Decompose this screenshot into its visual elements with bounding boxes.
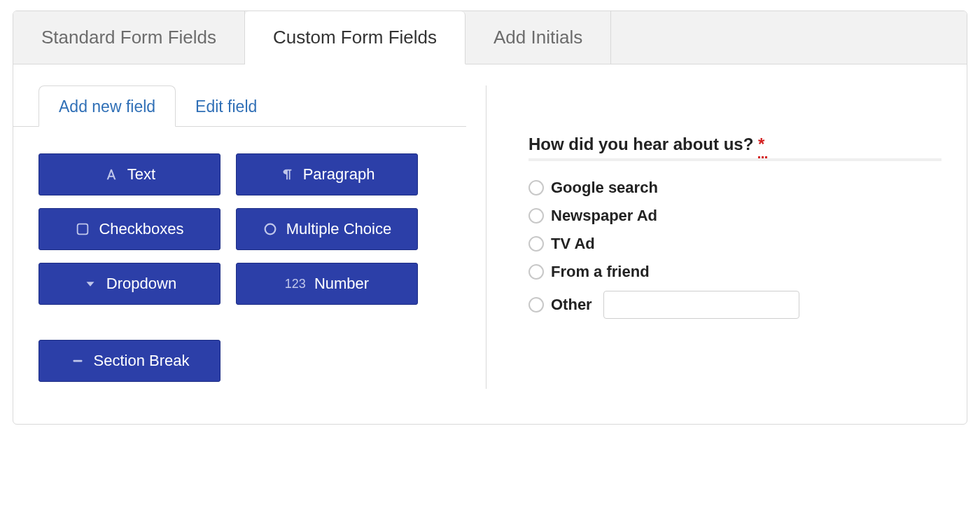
- field-preview: How did you hear about us? * Google sear…: [486, 85, 941, 389]
- button-label: Multiple Choice: [286, 220, 391, 238]
- question-label: How did you hear about us? *: [528, 85, 941, 158]
- add-text-field-button[interactable]: Text: [38, 153, 220, 195]
- radio-option-google-search[interactable]: [528, 180, 544, 195]
- tab-custom-form-fields[interactable]: Custom Form Fields: [245, 11, 465, 64]
- letter-a-icon: [104, 167, 119, 182]
- pilcrow-icon: [279, 167, 295, 182]
- add-multiple-choice-field-button[interactable]: Multiple Choice: [236, 208, 418, 250]
- inner-tabs: Add new field Edit field: [13, 85, 466, 127]
- option-label: TV Ad: [551, 235, 595, 253]
- digits-123-icon: 123: [285, 277, 306, 291]
- other-text-input[interactable]: [603, 291, 799, 319]
- option-row: Google search: [528, 174, 941, 202]
- option-label: From a friend: [551, 263, 650, 281]
- button-label: Text: [127, 165, 155, 184]
- tab-add-new-field[interactable]: Add new field: [38, 85, 176, 127]
- minus-icon: [70, 353, 85, 369]
- add-section-break-button[interactable]: Section Break: [38, 340, 220, 382]
- button-label: Paragraph: [303, 165, 375, 184]
- button-label: Number: [314, 275, 369, 293]
- add-checkboxes-field-button[interactable]: Checkboxes: [38, 208, 220, 250]
- caret-down-icon: [83, 276, 98, 291]
- option-label: Newspaper Ad: [551, 207, 657, 225]
- add-number-field-button[interactable]: 123 Number: [236, 263, 418, 305]
- question-underline: [528, 158, 941, 161]
- field-palette: Add new field Edit field Text Paragraph: [38, 85, 486, 389]
- add-paragraph-field-button[interactable]: Paragraph: [236, 153, 418, 195]
- checkbox-icon: [75, 221, 90, 237]
- top-tabs: Standard Form Fields Custom Form Fields …: [13, 11, 967, 64]
- tab-standard-form-fields[interactable]: Standard Form Fields: [13, 11, 245, 64]
- svg-rect-2: [73, 360, 82, 362]
- option-label: Google search: [551, 179, 658, 197]
- option-row: Other: [528, 286, 941, 324]
- button-label: Dropdown: [106, 275, 176, 293]
- radio-option-from-a-friend[interactable]: [528, 264, 544, 280]
- radio-option-tv-ad[interactable]: [528, 236, 544, 252]
- button-label: Checkboxes: [99, 220, 183, 238]
- form-builder-panel: Standard Form Fields Custom Form Fields …: [13, 11, 967, 425]
- tab-add-initials[interactable]: Add Initials: [465, 11, 611, 64]
- tab-edit-field[interactable]: Edit field: [176, 86, 276, 126]
- option-label: Other: [551, 296, 592, 314]
- required-asterisk-icon: *: [758, 135, 764, 154]
- add-dropdown-field-button[interactable]: Dropdown: [38, 263, 220, 305]
- svg-point-1: [265, 224, 275, 235]
- svg-rect-0: [78, 224, 88, 235]
- button-label: Section Break: [94, 352, 190, 370]
- option-row: Newspaper Ad: [528, 202, 941, 230]
- radio-option-newspaper-ad[interactable]: [528, 208, 544, 224]
- option-row: From a friend: [528, 258, 941, 286]
- circle-icon: [262, 221, 278, 237]
- radio-option-other[interactable]: [528, 297, 544, 312]
- option-row: TV Ad: [528, 230, 941, 258]
- question-text: How did you hear about us?: [528, 135, 753, 153]
